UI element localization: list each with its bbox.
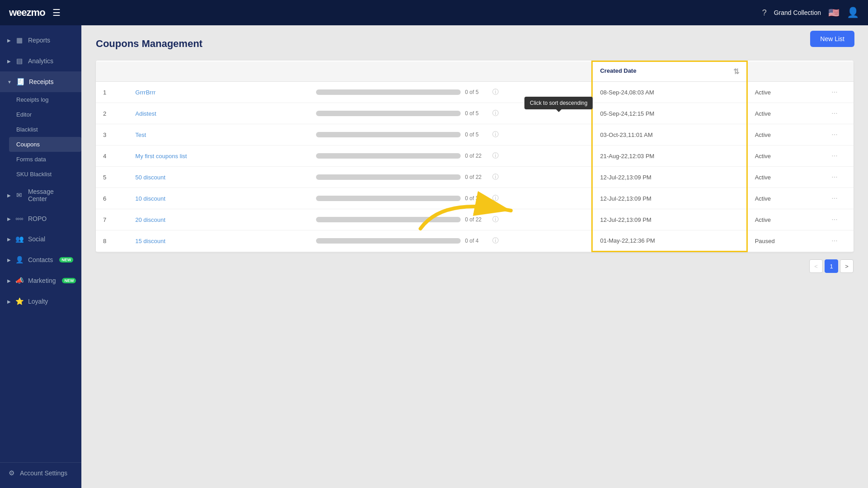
more-options-icon[interactable]: ··· xyxy=(831,237,837,244)
list-name-link[interactable]: 20 discount xyxy=(135,216,165,223)
table-row: 7 20 discount 0 of 22 ⓘ 12-Jul-22,13:09 … xyxy=(96,209,854,230)
cell-list-name[interactable]: Test xyxy=(128,124,308,145)
cell-list-name[interactable]: GrrrBrrr xyxy=(128,82,308,103)
sidebar-item-analytics[interactable]: ▶ ▤ Analytics xyxy=(0,51,81,71)
prev-page-button[interactable]: < xyxy=(809,259,823,273)
info-icon[interactable]: ⓘ xyxy=(492,216,499,224)
user-avatar-icon[interactable]: 👤 xyxy=(847,7,859,19)
chevron-down-icon: ▼ xyxy=(7,80,12,84)
sidebar-item-label: Message Center xyxy=(28,188,74,202)
col-header-number xyxy=(96,61,128,82)
cell-list-name[interactable]: 10 discount xyxy=(128,188,308,209)
sidebar-item-label: Social xyxy=(28,235,45,243)
reports-icon: ▦ xyxy=(15,36,24,44)
list-name-link[interactable]: 15 discount xyxy=(135,238,165,244)
cell-created-date: 01-May-22,12:36 PM xyxy=(592,230,747,252)
col-header-created-date[interactable]: Created Date ⇅ xyxy=(592,61,747,82)
sidebar-item-contacts[interactable]: ▶ 👤 Contacts NEW xyxy=(0,249,81,270)
sidebar-item-coupons[interactable]: Coupons xyxy=(9,137,81,152)
more-options-icon[interactable]: ··· xyxy=(831,152,837,160)
help-icon[interactable]: ? xyxy=(762,8,767,18)
cell-actions[interactable]: ··· xyxy=(824,145,854,167)
topbar: weezmo ☰ ? Grand Collection 🇺🇸 👤 xyxy=(0,0,868,25)
more-options-icon[interactable]: ··· xyxy=(831,88,837,96)
sidebar-item-label: Account Settings xyxy=(20,469,67,477)
info-icon[interactable]: ⓘ xyxy=(492,173,499,181)
sidebar-item-label: Analytics xyxy=(28,57,53,65)
logo: weezmo xyxy=(9,7,45,19)
menu-icon[interactable]: ☰ xyxy=(52,7,61,18)
cell-actions[interactable]: ··· xyxy=(824,167,854,188)
cell-status: Paused xyxy=(747,230,824,252)
info-icon[interactable]: ⓘ xyxy=(492,131,499,139)
info-icon[interactable]: ⓘ xyxy=(492,88,499,96)
cell-redemption-progress: 0 of 22 ⓘ xyxy=(309,188,592,209)
social-icon: 👥 xyxy=(15,235,24,243)
list-name-link[interactable]: My first coupons list xyxy=(135,153,187,160)
sidebar-item-reports[interactable]: ▶ ▦ Reports xyxy=(0,30,81,51)
sidebar-item-marketing[interactable]: ▶ 📣 Marketing NEW xyxy=(0,270,81,291)
cell-list-name[interactable]: My first coupons list xyxy=(128,145,308,167)
sidebar-item-receipts[interactable]: ▼ 🧾 Receipts xyxy=(0,71,81,92)
more-options-icon[interactable]: ··· xyxy=(831,131,837,138)
sidebar-item-editor[interactable]: Editor xyxy=(9,107,81,122)
main-content: Coupons Management New List Click to sor… xyxy=(81,25,868,488)
cell-actions[interactable]: ··· xyxy=(824,82,854,103)
info-icon[interactable]: ⓘ xyxy=(492,109,499,117)
list-name-link[interactable]: GrrrBrrr xyxy=(135,89,156,96)
cell-list-name[interactable]: 15 discount xyxy=(128,230,308,252)
page-1-button[interactable]: 1 xyxy=(825,259,838,273)
table-row: 5 50 discount 0 of 22 ⓘ 12-Jul-22,13:09 … xyxy=(96,167,854,188)
list-name-link[interactable]: Test xyxy=(135,131,146,138)
col-header-actions xyxy=(824,61,854,82)
info-icon[interactable]: ⓘ xyxy=(492,237,499,245)
cell-actions[interactable]: ··· xyxy=(824,124,854,145)
sidebar: ▶ ▦ Reports ▶ ▤ Analytics ▼ 🧾 Receipts R… xyxy=(0,25,81,488)
more-options-icon[interactable]: ··· xyxy=(831,194,837,202)
cell-actions[interactable]: ··· xyxy=(824,103,854,124)
col-header-list-name[interactable] xyxy=(128,61,308,82)
new-list-button[interactable]: New List xyxy=(810,31,854,47)
sidebar-item-blacklist[interactable]: Blacklist xyxy=(9,122,81,137)
chevron-right-icon: ▶ xyxy=(7,193,11,198)
cell-redemption-progress: 0 of 22 ⓘ xyxy=(309,145,592,167)
more-options-icon[interactable]: ··· xyxy=(831,173,837,181)
contacts-new-badge: NEW xyxy=(59,257,73,263)
sidebar-item-receipts-log[interactable]: Receipts log xyxy=(9,92,81,107)
cell-list-name[interactable]: 50 discount xyxy=(128,167,308,188)
sort-tooltip: Click to sort descending xyxy=(524,97,593,109)
more-options-icon[interactable]: ··· xyxy=(831,216,837,223)
cell-list-name[interactable]: 20 discount xyxy=(128,209,308,230)
table-row: 8 15 discount 0 of 4 ⓘ 01-May-22,12:36 P… xyxy=(96,230,854,252)
table-row: 1 GrrrBrrr 0 of 5 ⓘ 08-Sep-24,08:03 AM A… xyxy=(96,82,854,103)
sidebar-item-loyalty[interactable]: ▶ ⭐ Loyalty xyxy=(0,291,81,312)
next-page-button[interactable]: > xyxy=(840,259,854,273)
layout: ▶ ▦ Reports ▶ ▤ Analytics ▼ 🧾 Receipts R… xyxy=(0,25,868,488)
sidebar-item-account-settings[interactable]: ⚙ Account Settings xyxy=(0,463,81,483)
cell-number: 1 xyxy=(96,82,128,103)
marketing-new-badge: NEW xyxy=(62,278,76,283)
loyalty-icon: ⭐ xyxy=(15,297,24,305)
chevron-right-icon: ▶ xyxy=(7,278,11,283)
list-name-link[interactable]: 50 discount xyxy=(135,174,165,181)
cell-actions[interactable]: ··· xyxy=(824,209,854,230)
more-options-icon[interactable]: ··· xyxy=(831,109,837,117)
cell-list-name[interactable]: Adistest xyxy=(128,103,308,124)
chevron-right-icon: ▶ xyxy=(7,258,11,263)
sort-icon[interactable]: ⇅ xyxy=(733,67,739,76)
info-icon[interactable]: ⓘ xyxy=(492,152,499,160)
sidebar-item-ropo[interactable]: ▶ ∞∞ ROPO xyxy=(0,209,81,229)
sidebar-item-sku-blacklist[interactable]: SKU Blacklist xyxy=(9,167,81,182)
sidebar-item-forms-data[interactable]: Forms data xyxy=(9,152,81,167)
sidebar-item-label: Receipts xyxy=(29,78,53,85)
cell-status: Active xyxy=(747,145,824,167)
col-header-redemption-progress[interactable] xyxy=(309,61,592,82)
cell-actions[interactable]: ··· xyxy=(824,230,854,252)
list-name-link[interactable]: 10 discount xyxy=(135,195,165,202)
sidebar-item-message-center[interactable]: ▶ ✉ Message Center xyxy=(0,182,81,209)
cell-actions[interactable]: ··· xyxy=(824,188,854,209)
list-name-link[interactable]: Adistest xyxy=(135,110,156,117)
info-icon[interactable]: ⓘ xyxy=(492,194,499,202)
sidebar-item-label: Contacts xyxy=(28,256,53,263)
sidebar-item-social[interactable]: ▶ 👥 Social xyxy=(0,229,81,249)
